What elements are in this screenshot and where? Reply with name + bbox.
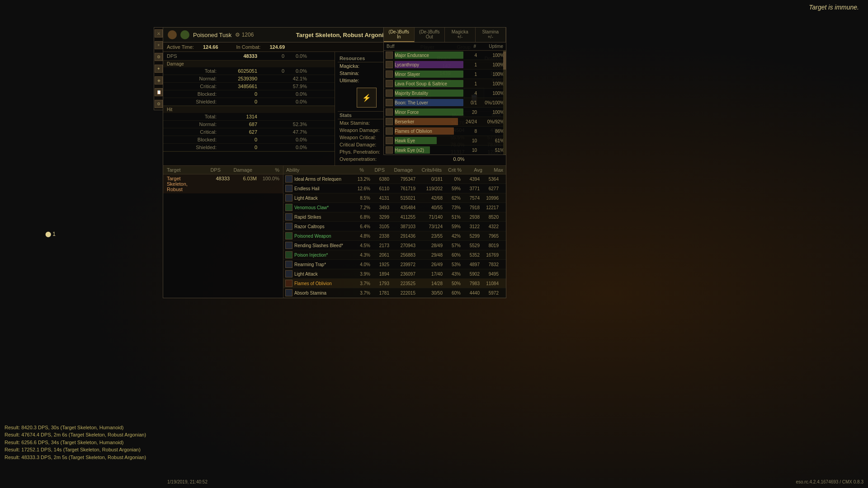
ability-name: Poisoned Weapon: [294, 234, 353, 239]
sidebar-icon-6[interactable]: 📋: [155, 88, 163, 96]
ability-crits: 26/49: [415, 262, 443, 267]
buff-col-header: Buff: [387, 44, 462, 49]
ability-icon: [285, 194, 292, 202]
damage-shielded-val: 0: [221, 99, 257, 104]
stamina-icon[interactable]: ⚡: [357, 88, 377, 108]
ability-name: Endless Hail: [294, 186, 353, 191]
log-line: Result: 48333.3 DPS, 2m 5s (Target Skele…: [5, 454, 149, 461]
damage-critical-val: 3485661: [221, 84, 257, 89]
buff-uptime: 51%: [477, 148, 504, 153]
buff-icon: [386, 108, 393, 116]
ability-avg: 5902: [461, 272, 480, 277]
ability-dps: 3105: [370, 224, 389, 229]
log-line: Result: 6256.6 DPS, 34s (Target Skeleton…: [5, 439, 149, 446]
ability-critpct: 43%: [443, 272, 461, 277]
damage-normal-group: [257, 76, 284, 81]
count-col-header: #: [462, 44, 476, 49]
ability-header: Ability % DPS Damage Crits/Hits Crit % A…: [283, 166, 506, 174]
ability-dps: 1781: [370, 291, 389, 296]
damage-critical-pct: 57.9%: [284, 84, 307, 89]
ability-avg-header: Avg: [463, 167, 482, 173]
bottom-area: Target DPS Damage % Target Skeleton, Rob…: [163, 165, 506, 298]
sidebar-icon-1[interactable]: ⚔: [155, 29, 163, 38]
ability-pct: 3.7%: [353, 281, 370, 286]
tab-magicka[interactable]: Magicka+/-: [445, 28, 476, 42]
ability-critpct: 0%: [443, 177, 461, 182]
ability-icon: [285, 270, 292, 277]
ability-name: Light Attack: [294, 272, 353, 277]
damage-section: Damage Total: 6025051 0 0.0% Normal: 253…: [163, 61, 335, 106]
buff-name: Flames of Oblivion: [395, 129, 432, 134]
buff-bar-wrap: Lava Foot Soup & Saltrice: [395, 80, 463, 87]
target-pct: 100.0%: [257, 176, 279, 192]
ability-damage: 435484: [389, 205, 415, 210]
ability-critpct: 62%: [443, 196, 461, 201]
damage-critical-label: Critical:: [167, 84, 221, 89]
ability-section: Ability % DPS Damage Crits/Hits Crit % A…: [283, 166, 506, 298]
ability-critpct: 57%: [443, 243, 461, 248]
buff-bar-wrap: Berserker: [395, 118, 463, 125]
tab-stamina[interactable]: Stamina+/-: [476, 28, 506, 42]
buffs-scrollbar[interactable]: [503, 51, 506, 155]
ability-avg: 7574: [461, 196, 480, 201]
ability-crits: 23/55: [415, 234, 443, 239]
ability-avg: 3122: [461, 224, 480, 229]
hit-blocked-pct: 0.0%: [284, 137, 307, 142]
tab-debuffs-in[interactable]: (De-)BuffsIn: [384, 28, 415, 42]
ability-pct: 6.8%: [353, 215, 370, 220]
sidebar-icon-7[interactable]: ⚙: [155, 100, 163, 108]
ability-name: Light Attack: [294, 196, 353, 201]
sidebar-icon-5[interactable]: ◈: [155, 76, 163, 84]
buff-row: Lycanthropy 1 100%: [384, 60, 506, 70]
hit-shielded-pct: 0.0%: [284, 145, 307, 150]
ability-name: Rearming Trap*: [294, 262, 353, 267]
ability-critpct: 60%: [443, 291, 461, 296]
target-section: Target DPS Damage % Target Skeleton, Rob…: [163, 166, 283, 298]
buff-bar-wrap: Boon: The Lover: [395, 99, 463, 106]
ability-dps: 3493: [370, 205, 389, 210]
buff-uptime: 100%: [477, 91, 504, 96]
ability-list: Ideal Arms of Relequen 13.2% 6380 795347…: [283, 174, 506, 298]
buff-icon: [386, 127, 393, 135]
window-title: Poisoned Tusk: [193, 32, 231, 38]
power-level: ⚙ 1206: [235, 32, 254, 38]
ability-crits: 30/50: [415, 291, 443, 296]
ability-avg: 7983: [461, 281, 480, 286]
buff-bar-wrap: Minor Slayer: [395, 70, 463, 78]
ability-icon: [285, 204, 292, 211]
ability-name: Rending Slashes Bleed*: [294, 243, 353, 248]
hit-critical-g: [257, 129, 284, 135]
hit-normal-pct: 52.3%: [284, 122, 307, 127]
buffs-list: Major Endurance 4 100% Lycanthropy 1 100…: [384, 51, 506, 155]
ability-damage: 795347: [389, 177, 415, 182]
ability-crits: 29/48: [415, 253, 443, 258]
damage-blocked-pct: 0.0%: [284, 91, 307, 97]
ability-critpct: 59%: [443, 224, 461, 229]
damage-total-group: 0: [257, 68, 284, 74]
ability-max-header: Max: [484, 167, 503, 173]
buff-name: Majority Brutality: [395, 91, 428, 96]
ability-icon: [285, 261, 292, 268]
tab-debuffs-out[interactable]: (De-)BuffsOut: [415, 28, 445, 42]
ability-avg: 5529: [461, 243, 480, 248]
hit-shielded-label: Shielded:: [167, 145, 221, 150]
ability-row: Rending Slashes Bleed* 4.5% 2173 270943 …: [283, 241, 506, 250]
buff-name: Minor Force: [395, 110, 419, 115]
hit-total-row: Total: 1314: [163, 113, 335, 121]
ability-max: 5364: [480, 177, 499, 182]
buff-bar-wrap: Majority Brutality: [395, 89, 463, 97]
ability-pct: 3.7%: [353, 291, 370, 296]
dps-row: DPS 48333 0 0.0%: [163, 52, 335, 61]
ability-max: 16769: [480, 253, 499, 258]
hit-critical-label: Critical:: [167, 129, 221, 135]
log-line: Result: 8420.3 DPS, 30s (Target Skeleton…: [5, 424, 149, 432]
sidebar-icon-3[interactable]: ⚙: [155, 53, 163, 61]
ability-damage: 223525: [389, 281, 415, 286]
overpenetration-stat-label: Overpenetration:: [338, 155, 429, 163]
ability-damage: 222015: [389, 291, 415, 296]
ability-icon: [285, 289, 292, 296]
buff-name: Hawk Eye: [395, 138, 415, 143]
damage-shielded-pct: 0.0%: [284, 99, 307, 104]
sidebar-icon-2[interactable]: +: [155, 41, 163, 49]
sidebar-icon-4[interactable]: ✦: [155, 65, 163, 73]
